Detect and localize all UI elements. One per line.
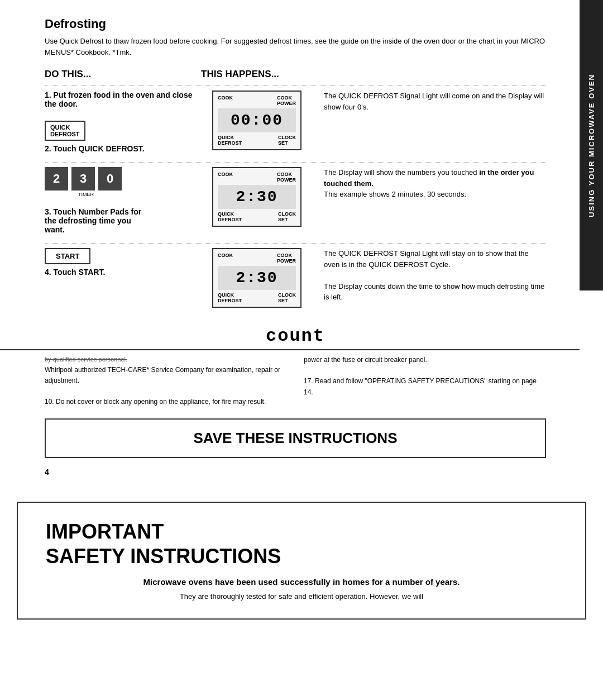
key-3[interactable]: 3 [71, 167, 95, 191]
step-right-text-4a: The QUICK DEFROST Signal Light will stay… [324, 248, 546, 270]
do-this-header: DO THIS... [45, 69, 201, 80]
mw-label-cook-4: COOK [218, 253, 233, 264]
side-tab: USING YOUR MICROWAVE OVEN [580, 0, 603, 291]
section-title: Defrosting [45, 17, 546, 31]
bottom-right: power at the fuse or circuit breaker pan… [304, 355, 546, 407]
safety-body: They are thoroughly tested for safe and … [46, 591, 557, 602]
step-right-text-3a: The Display will show the numbers you to… [324, 168, 534, 188]
count-heading: count [0, 326, 580, 346]
safety-subtitle: Microwave ovens have been used successfu… [46, 577, 557, 587]
step-right-text-3b: This example shows 2 minutes, 30 seconds… [324, 190, 466, 198]
mw-label-clock-4: CLOCKSET [278, 292, 296, 303]
keypad: 2 3 0 [45, 167, 201, 191]
safety-title: IMPORTANT SAFETY INSTRUCTIONS [46, 520, 557, 568]
step-row-4: START 4. Touch START. COOK COOKPOWER 2:3… [45, 243, 546, 308]
step-right-4: The QUICK DEFROST Signal Light will stay… [313, 248, 546, 303]
bottom-left-text3: 10. Do not cover or block any opening on… [45, 397, 287, 407]
microwave-display-1: COOK COOKPOWER 00:00 QUICKDEFROST CLOCKS… [212, 91, 302, 150]
step-middle-3: COOK COOKPOWER 2:30 QUICKDEFROST CLOCKSE… [201, 167, 313, 227]
safety-title-line2: SAFETY INSTRUCTIONS [46, 545, 281, 568]
mw-label-power-3: COOKPOWER [277, 172, 296, 183]
save-instructions-banner: SAVE THESE INSTRUCTIONS [45, 418, 546, 458]
this-happens-header: THIS HAPPENS... [201, 69, 279, 80]
mw-label-clock-1: CLOCKSET [278, 135, 296, 146]
step-middle-1: COOK COOKPOWER 00:00 QUICKDEFROST CLOCKS… [201, 91, 313, 150]
step-left-4: START 4. Touch START. [45, 248, 201, 279]
step-row-1: 1. Put frozen food in the oven and close… [45, 85, 546, 155]
step-number-3: 3. Touch Number Pads forthe defrosting t… [45, 207, 201, 234]
mw-label-cook-1: COOK [218, 95, 233, 106]
mw-label-qd-4: QUICKDEFROST [218, 292, 242, 303]
bottom-left-text2: Whirlpool authorized TECH-CARE* Service … [45, 365, 287, 386]
side-tab-text: USING YOUR MICROWAVE OVEN [587, 74, 596, 217]
bottom-right-text2: 17. Read and follow "OPERATING SAFETY PR… [304, 376, 546, 397]
mw-screen-3: 2:30 [218, 185, 296, 209]
step-middle-4: COOK COOKPOWER 2:30 QUICKDEFROST CLOCKSE… [201, 248, 313, 308]
step-row-3: 2 3 0 TIMER 3. Touch Number Pads forthe … [45, 162, 546, 236]
mw-label-qd-3: QUICKDEFROST [218, 211, 242, 222]
safety-box: IMPORTANT SAFETY INSTRUCTIONS Microwave … [17, 502, 586, 620]
mw-label-clock-3: CLOCKSET [278, 211, 296, 222]
bottom-left-text1: by qualified service personnel. [45, 355, 287, 365]
step-left-1: 1. Put frozen food in the oven and close… [45, 91, 201, 155]
main-content: Defrosting Use Quick Defrost to thaw fro… [0, 0, 580, 326]
quick-defrost-button[interactable]: QUICKDEFROST [45, 121, 85, 141]
mw-screen-1: 00:00 [218, 108, 296, 132]
mw-label-power-1: COOKPOWER [277, 95, 296, 106]
safety-title-line1: IMPORTANT [46, 520, 164, 543]
timer-label: TIMER [45, 192, 201, 197]
bottom-left: by qualified service personnel. Whirlpoo… [45, 355, 287, 407]
step-number-2: 2. Touch QUICK DEFROST. [45, 144, 201, 153]
start-button[interactable]: START [45, 248, 90, 264]
step-number-1: 1. Put frozen food in the oven and close… [45, 91, 201, 108]
step-number-4: 4. Touch START. [45, 268, 201, 277]
column-headers: DO THIS... THIS HAPPENS... [45, 69, 546, 80]
intro-text: Use Quick Defrost to thaw frozen food be… [45, 36, 546, 58]
count-text: count [266, 326, 325, 346]
step-right-text-4b: The Display counts down the time to show… [324, 281, 546, 303]
mw-screen-4: 2:30 [218, 266, 296, 290]
bottom-section: by qualified service personnel. Whirlpoo… [0, 349, 580, 412]
step-left-3: 2 3 0 TIMER 3. Touch Number Pads forthe … [45, 167, 201, 236]
mw-label-power-4: COOKPOWER [277, 253, 296, 264]
key-2[interactable]: 2 [45, 167, 68, 191]
page-number: 4 [0, 465, 603, 479]
microwave-display-4: COOK COOKPOWER 2:30 QUICKDEFROST CLOCKSE… [212, 248, 302, 308]
key-0[interactable]: 0 [98, 167, 122, 191]
mw-label-qd-1: QUICKDEFROST [218, 135, 242, 146]
step-right-1: The QUICK DEFROST Signal Light will come… [313, 91, 546, 112]
bottom-columns: by qualified service personnel. Whirlpoo… [45, 355, 546, 407]
page-container: USING YOUR MICROWAVE OVEN Defrosting Use… [0, 0, 603, 700]
microwave-display-3: COOK COOKPOWER 2:30 QUICKDEFROST CLOCKSE… [212, 167, 302, 227]
bottom-right-text1: power at the fuse or circuit breaker pan… [304, 355, 546, 365]
step-right-text-1: The QUICK DEFROST Signal Light will come… [324, 92, 544, 111]
tmk: *Tmk. [112, 48, 131, 56]
mw-label-cook-3: COOK [218, 172, 233, 183]
save-instructions-text: SAVE THESE INSTRUCTIONS [193, 430, 397, 446]
step-right-3: The Display will show the numbers you to… [313, 167, 546, 200]
